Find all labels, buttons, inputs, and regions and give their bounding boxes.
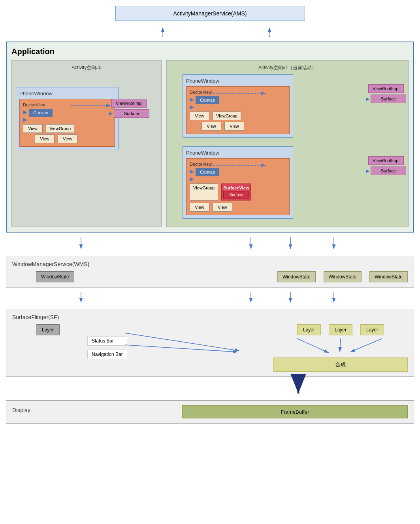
viewroot-1-bottom: ViewRootImpl (368, 156, 404, 165)
application-title: Application (11, 47, 409, 56)
view-0-1: View (23, 124, 43, 133)
surfaceview-box: SurfaceView Surface (221, 183, 251, 201)
framebuffer: FrameBuffer (182, 405, 408, 418)
surface-1-top: Surface (371, 95, 406, 103)
sf-section: SurfaceFlinger(SF) Layer Status Bar Navi… (6, 309, 414, 377)
viewroot-0: ViewRootImpl (111, 99, 147, 108)
layer-2: Layer (329, 324, 352, 335)
view-0-2: View (35, 134, 55, 143)
phone-window-0: PhoneWindow DectorView ▶ ▶ Canvas (16, 87, 119, 150)
view-0-3: View (58, 134, 77, 143)
window-state-3: WindowState (369, 271, 408, 282)
phone-window-0-title: PhoneWindow (19, 91, 115, 96)
wms-section: WindowManagerService(WMS) WindowState Wi… (6, 256, 414, 288)
activity-space-1-title: Activity空间#1（当前活动） (171, 64, 404, 71)
display-section: Display FrameBuffer (6, 400, 414, 424)
window-state-gray: WindowState (36, 271, 74, 282)
viewroot-1-top: ViewRootImpl (368, 84, 404, 93)
dector-view-1-bottom: DectorView ▶ ▶ Canvas ViewGroup (186, 158, 290, 215)
dector-view-0-label: DectorView (23, 102, 111, 107)
phone-window-1-bottom-title: PhoneWindow (186, 150, 290, 156)
svg-line-20 (297, 339, 329, 353)
phone-window-1-bottom: PhoneWindow DectorView ▶ ▶ Canvas (183, 146, 293, 219)
activity-space-1: Activity空间#1（当前活动） PhoneWindow DectorVie… (166, 60, 409, 227)
canvas-0: Canvas (29, 109, 53, 117)
ams-box: ActivityManagerService(AMS) (115, 6, 305, 21)
status-bar: Status Bar (87, 336, 127, 346)
layer-1: Layer (297, 324, 321, 335)
layer-gray: Layer (36, 324, 60, 335)
svg-line-22 (350, 339, 382, 352)
canvas-1-top: Canvas (196, 96, 219, 104)
canvas-1-bottom: Canvas (196, 168, 219, 176)
navigation-bar: Navigation Bar (87, 350, 127, 359)
wms-title: WindowManagerService(WMS) (12, 261, 408, 267)
sf-title: SurfaceFlinger(SF) (12, 314, 408, 320)
synthesis: 合成 (273, 358, 408, 372)
phone-window-1-top: PhoneWindow DectorView ▶ ▶ Canvas (183, 74, 293, 138)
surface-0: Surface (114, 109, 149, 118)
phone-window-1-top-title: PhoneWindow (186, 78, 290, 84)
layer-3: Layer (360, 324, 384, 335)
application-box: Application Activity空间#0 PhoneWindow Dec… (6, 42, 414, 233)
dector-view-1-top: DectorView ▶ ▶ Canvas View (186, 86, 290, 134)
activity-space-0-title: Activity空间#0 (16, 64, 157, 71)
surface-1-bottom: Surface (371, 166, 406, 175)
dector-view-0: DectorView ▶ ▶ Canvas (19, 99, 115, 147)
window-state-2: WindowState (324, 271, 362, 282)
ams-label: ActivityManagerService(AMS) (173, 10, 247, 17)
display-title: Display (12, 407, 44, 413)
svg-line-21 (340, 339, 341, 352)
viewgroup-0: ViewGroup (46, 124, 74, 133)
activity-space-0: Activity空间#0 PhoneWindow DectorView ▶ ▶ (11, 60, 162, 227)
window-state-1: WindowState (277, 271, 316, 282)
